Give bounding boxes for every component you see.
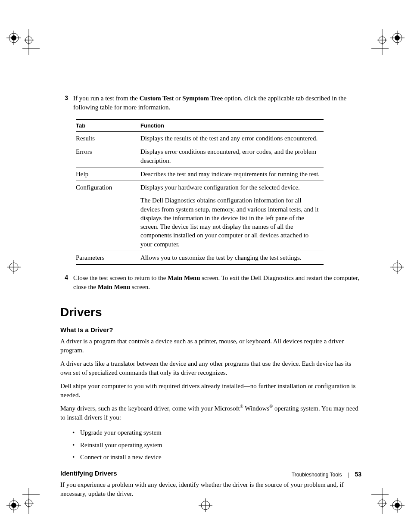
text: or — [174, 95, 182, 102]
cell-function: Displays your hardware configuration for… — [140, 181, 324, 194]
step-text: If you run a test from the Custom Test o… — [73, 94, 362, 112]
paragraph: A driver acts like a translator between … — [60, 359, 362, 377]
crop-mark-icon — [5, 488, 40, 514]
section-heading-drivers: Drivers — [60, 305, 362, 319]
footer-separator: | — [348, 472, 349, 478]
table-header-tab: Tab — [76, 119, 140, 132]
text: screen. — [130, 283, 150, 290]
step-4: 4 Close the test screen to return to the… — [60, 274, 362, 292]
bold-main-menu: Main Menu — [98, 283, 130, 290]
paragraph: If you experience a problem with any dev… — [60, 480, 362, 498]
paragraph: Dell ships your computer to you with req… — [60, 382, 362, 400]
subheading-what-is-driver: What Is a Driver? — [60, 326, 362, 333]
table-header-function: Function — [140, 119, 324, 132]
cell-tab — [76, 194, 140, 251]
list-item: Reinstall your operating system — [72, 439, 362, 451]
crop-mark-icon — [371, 488, 406, 514]
table-row: The Dell Diagnostics obtains configurati… — [76, 194, 324, 251]
list-item: Upgrade your operating system — [72, 426, 362, 439]
cell-function: Describes the test and may indicate requ… — [140, 167, 324, 180]
footer-section: Troubleshooting Tools — [292, 472, 342, 478]
table-row: Configuration Displays your hardware con… — [76, 181, 324, 194]
text: If you run a test from the — [73, 95, 140, 102]
step-text: Close the test screen to return to the M… — [73, 274, 362, 292]
table-row: Parameters Allows you to customize the t… — [76, 251, 324, 264]
manual-page: 3 If you run a test from the Custom Test… — [0, 0, 411, 532]
paragraph: A driver is a program that controls a de… — [60, 337, 362, 355]
cell-tab: Errors — [76, 145, 140, 168]
bold-main-menu: Main Menu — [168, 274, 200, 281]
table-row: Errors Displays error conditions encount… — [76, 145, 324, 168]
cell-tab: Parameters — [76, 251, 140, 264]
table-row: Help Describes the test and may indicate… — [76, 167, 324, 180]
crop-mark-icon — [389, 258, 406, 276]
cell-tab: Configuration — [76, 181, 140, 194]
list-item: Connect or install a new device — [72, 451, 362, 464]
crop-mark-icon — [371, 29, 406, 55]
page-number: 53 — [355, 471, 361, 478]
step-3: 3 If you run a test from the Custom Test… — [60, 94, 362, 112]
text: Many drivers, such as the keyboard drive… — [60, 405, 240, 412]
crop-mark-icon — [5, 29, 40, 55]
bold-symptom-tree: Symptom Tree — [182, 95, 223, 102]
registered-symbol: ® — [269, 404, 273, 409]
cell-function: Displays the results of the test and any… — [140, 132, 324, 145]
page-content: 3 If you run a test from the Custom Test… — [60, 94, 362, 503]
bold-custom-test: Custom Test — [140, 95, 174, 102]
paragraph: Many drivers, such as the keyboard drive… — [60, 404, 362, 422]
step-number: 3 — [60, 94, 73, 112]
crop-mark-icon — [5, 258, 22, 276]
cell-tab: Results — [76, 132, 140, 145]
cell-function: Allows you to customize the test by chan… — [140, 251, 324, 264]
bullet-list: Upgrade your operating system Reinstall … — [72, 426, 362, 464]
text: Windows — [243, 405, 269, 412]
cell-tab: Help — [76, 167, 140, 180]
table-row: Results Displays the results of the test… — [76, 132, 324, 145]
step-number: 4 — [60, 274, 73, 292]
tab-function-table: Tab Function Results Displays the result… — [76, 119, 324, 265]
cell-function: The Dell Diagnostics obtains configurati… — [140, 194, 324, 251]
registered-symbol: ® — [240, 404, 243, 409]
page-footer: Troubleshooting Tools | 53 — [292, 471, 361, 478]
text: Close the test screen to return to the — [73, 274, 168, 281]
cell-function: Displays error conditions encountered, e… — [140, 145, 324, 168]
